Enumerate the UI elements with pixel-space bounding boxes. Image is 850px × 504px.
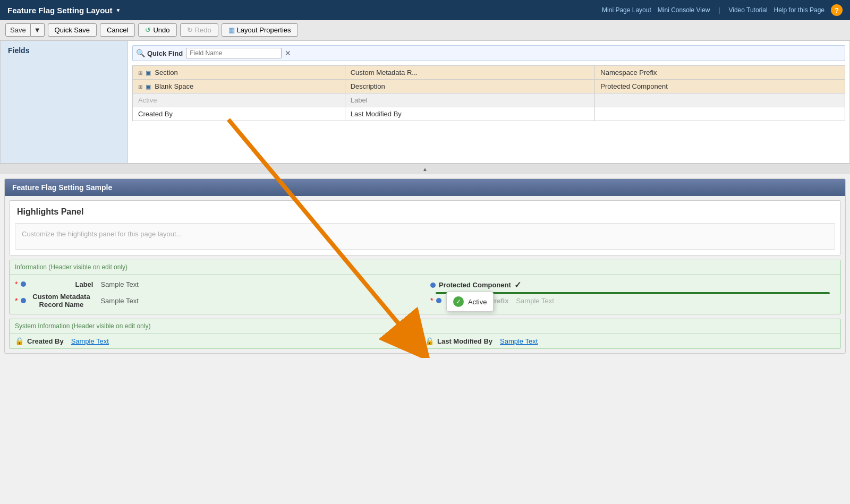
system-created-by-col: 🔒 Created By Sample Text	[15, 337, 425, 345]
save-dropdown-arrow[interactable]: ▼	[31, 23, 45, 37]
info-fields: * Label Sample Text * Custom MetadataRec…	[10, 275, 840, 314]
system-modified-by-col: 🔒 Last Modified By Sample Text	[425, 337, 835, 345]
table-row[interactable]: ⊞ ▣ Blank Space Description Protected Co…	[133, 80, 845, 93]
created-by-label: Created By	[27, 337, 64, 345]
search-icon: 🔍	[136, 49, 145, 57]
info-left-col: * Label Sample Text * Custom MetadataRec…	[10, 275, 425, 314]
drag-handle-icon: ⊞	[138, 70, 142, 76]
help-icon[interactable]: ?	[831, 4, 843, 16]
field-cell-blank-space[interactable]: ⊞ ▣ Blank Space	[133, 80, 345, 93]
tooltip-check-icon: ✓	[453, 296, 464, 307]
title-bar: Feature Flag Setting Layout ▼ Mini Page …	[0, 0, 850, 20]
required-star-label: *	[15, 280, 18, 288]
field-icon: ▣	[146, 70, 151, 76]
lock-icon-created: 🔒	[15, 337, 24, 345]
sample-section-header: Feature Flag Setting Sample	[5, 179, 845, 196]
quick-find-input[interactable]	[186, 48, 282, 58]
custom-meta-field-value: Sample Text	[100, 297, 138, 305]
fields-main: 🔍 Quick Find ✕ ⊞ ▣ Section	[128, 41, 849, 163]
fields-sidebar-title: Fields	[8, 46, 120, 55]
field-cell-namespace[interactable]: Namespace Prefix	[595, 66, 845, 80]
quick-save-button[interactable]: Quick Save	[48, 23, 97, 37]
table-row[interactable]: Created By Last Modified By	[133, 107, 845, 121]
layout-properties-button[interactable]: ▦ Layout Properties	[222, 23, 298, 37]
help-link[interactable]: Help for this Page	[774, 6, 824, 14]
system-info-header: System Information (Header visible on ed…	[10, 319, 840, 334]
nav-separator: |	[718, 6, 720, 14]
custom-meta-field-label: Custom MetadataRecord Name	[29, 293, 93, 309]
table-row[interactable]: ⊞ ▣ Section Custom Metadata R... Namespa…	[133, 66, 845, 80]
info-row-protected: Protected Component ✓	[430, 278, 835, 292]
field-cell-empty-1	[595, 93, 845, 107]
redo-button[interactable]: ↻ Redo	[180, 23, 218, 37]
info-row-active: * Namespace Prefix Sample Text ✓ Active	[430, 294, 835, 307]
field-icon: ▣	[146, 83, 151, 90]
system-row: 🔒 Created By Sample Text 🔒 Last Modified…	[10, 334, 840, 348]
table-row[interactable]: Active Label	[133, 93, 845, 107]
field-cell-protected-component[interactable]: Protected Component	[595, 80, 845, 93]
required-star-active: *	[430, 296, 433, 305]
sample-layout-section: Feature Flag Setting Sample Highlights P…	[4, 178, 846, 354]
highlights-panel: Highlights Panel Customize the highlight…	[9, 200, 841, 255]
blue-dot-label	[21, 281, 26, 287]
title-bar-right: Mini Page Layout Mini Console View | Vid…	[602, 4, 843, 16]
highlights-placeholder: Customize the highlights panel for this …	[22, 230, 182, 238]
last-modified-value[interactable]: Sample Text	[500, 337, 538, 345]
scroll-up-icon[interactable]: ▲	[422, 166, 428, 172]
field-cell-description[interactable]: Description	[345, 80, 595, 93]
cancel-button[interactable]: Cancel	[100, 23, 135, 37]
drag-handle-icon: ⊞	[138, 84, 142, 90]
field-cell-section[interactable]: ⊞ ▣ Section	[133, 66, 345, 80]
label-field-label: Label	[29, 280, 93, 288]
field-table: ⊞ ▣ Section Custom Metadata R... Namespa…	[132, 65, 845, 121]
protected-component-checkmark: ✓	[514, 280, 521, 290]
highlights-panel-title: Highlights Panel	[17, 207, 833, 217]
fields-panel: Fields 🔍 Quick Find ✕ ⊞ ▣	[0, 40, 850, 164]
field-cell-custom-meta[interactable]: Custom Metadata R...	[345, 66, 595, 80]
blue-dot-protected	[430, 283, 436, 288]
fields-sidebar: Fields	[1, 41, 128, 163]
redo-icon: ↻	[187, 26, 193, 34]
info-section: Information (Header visible on edit only…	[9, 260, 841, 314]
undo-icon: ↺	[145, 26, 151, 34]
toolbar: Save ▼ Quick Save Cancel ↺ Undo ↻ Redo ▦…	[0, 20, 850, 40]
clear-search-button[interactable]: ✕	[285, 49, 291, 57]
undo-button[interactable]: ↺ Undo	[138, 23, 176, 37]
quick-find-label: 🔍 Quick Find	[136, 49, 183, 57]
mini-console-view-link[interactable]: Mini Console View	[658, 6, 710, 14]
created-by-value[interactable]: Sample Text	[71, 337, 109, 345]
namespace-prefix-value: Sample Text	[516, 297, 554, 305]
field-cell-last-modified[interactable]: Last Modified By	[345, 107, 595, 121]
field-cell-active[interactable]: Active	[133, 93, 345, 107]
required-star-custom: *	[15, 296, 18, 305]
field-cell-label[interactable]: Label	[345, 93, 595, 107]
system-info-section: System Information (Header visible on ed…	[9, 319, 841, 349]
scroll-indicator[interactable]: ▲	[0, 164, 850, 174]
info-row-label: * Label Sample Text	[15, 278, 420, 291]
save-split-button[interactable]: Save ▼	[5, 23, 45, 37]
page-title: Feature Flag Setting Layout	[7, 6, 113, 15]
tooltip-text: Active	[468, 298, 487, 306]
mini-page-layout-link[interactable]: Mini Page Layout	[602, 6, 651, 14]
highlights-panel-header: Highlights Panel	[10, 201, 840, 223]
last-modified-label: Last Modified By	[437, 337, 492, 345]
info-section-header: Information (Header visible on edit only…	[10, 260, 840, 275]
lock-icon-modified: 🔒	[425, 337, 434, 345]
title-dropdown-arrow[interactable]: ▼	[116, 7, 121, 13]
quick-find-bar: 🔍 Quick Find ✕	[132, 45, 845, 61]
info-right-col: Protected Component ✓ * Namespace Prefix…	[425, 275, 840, 314]
blue-dot-active	[436, 298, 441, 303]
save-button[interactable]: Save	[5, 23, 31, 37]
video-tutorial-link[interactable]: Video Tutorial	[728, 6, 767, 14]
protected-component-label: Protected Component	[439, 281, 511, 289]
label-field-value: Sample Text	[100, 280, 138, 288]
active-field-tooltip: ✓ Active	[446, 292, 494, 312]
field-cell-empty-2	[595, 107, 845, 121]
blue-dot-custom	[21, 298, 26, 303]
layout-icon: ▦	[228, 26, 235, 34]
highlights-panel-body[interactable]: Customize the highlights panel for this …	[15, 223, 835, 250]
info-row-custom-meta: * Custom MetadataRecord Name Sample Text	[15, 291, 420, 311]
title-bar-left: Feature Flag Setting Layout ▼	[7, 6, 121, 15]
field-cell-created-by[interactable]: Created By	[133, 107, 345, 121]
